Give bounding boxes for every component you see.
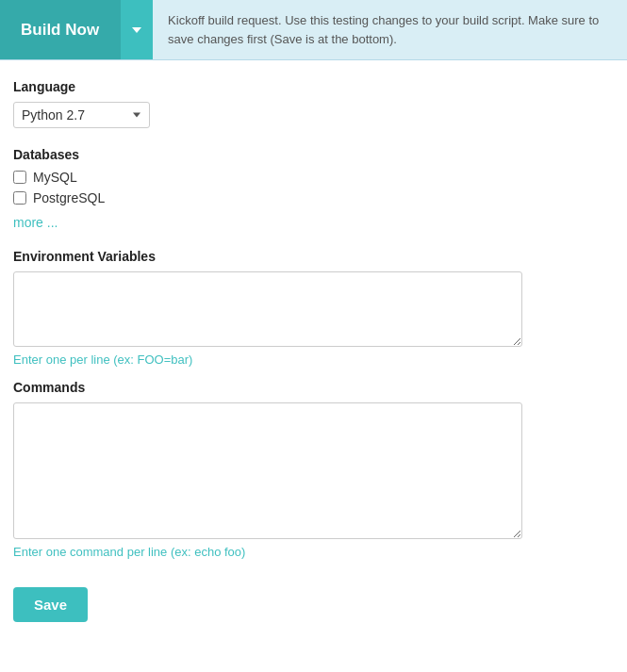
language-label: Language	[13, 79, 614, 94]
env-vars-label: Environment Variables	[13, 249, 614, 264]
postgresql-row: PostgreSQL	[13, 190, 614, 205]
language-section: Language Python 2.7 Python 3.4 Python 3.…	[13, 79, 614, 128]
chevron-down-icon	[132, 27, 141, 33]
language-select-wrapper: Python 2.7 Python 3.4 Python 3.5 Python …	[13, 102, 150, 128]
language-select[interactable]: Python 2.7 Python 3.4 Python 3.5 Python …	[13, 102, 150, 128]
build-dropdown-button[interactable]	[120, 0, 153, 59]
save-button[interactable]: Save	[13, 587, 88, 622]
commands-hint: Enter one command per line (ex: echo foo…	[13, 545, 614, 559]
databases-section: Databases MySQL PostgreSQL more ...	[13, 147, 614, 230]
commands-section: Commands Enter one command per line (ex:…	[13, 380, 614, 559]
postgresql-label: PostgreSQL	[33, 190, 105, 205]
env-vars-hint: Enter one per line (ex: FOO=bar)	[13, 352, 614, 367]
mysql-label: MySQL	[33, 170, 77, 185]
databases-label: Databases	[13, 147, 614, 162]
main-content: Language Python 2.7 Python 3.4 Python 3.…	[0, 79, 627, 641]
mysql-row: MySQL	[13, 170, 614, 185]
build-banner: Build Now Kickoff build request. Use thi…	[0, 0, 627, 60]
env-vars-textarea[interactable]	[13, 271, 522, 347]
build-hint-text: Kickoff build request. Use this testing …	[153, 0, 627, 59]
commands-textarea[interactable]	[13, 402, 522, 539]
commands-label: Commands	[13, 380, 614, 395]
more-link[interactable]: more ...	[13, 215, 58, 230]
build-now-button[interactable]: Build Now	[0, 0, 120, 59]
mysql-checkbox[interactable]	[13, 171, 26, 184]
build-button-group: Build Now	[0, 0, 153, 59]
env-vars-section: Environment Variables Enter one per line…	[13, 249, 614, 367]
postgresql-checkbox[interactable]	[13, 191, 26, 205]
